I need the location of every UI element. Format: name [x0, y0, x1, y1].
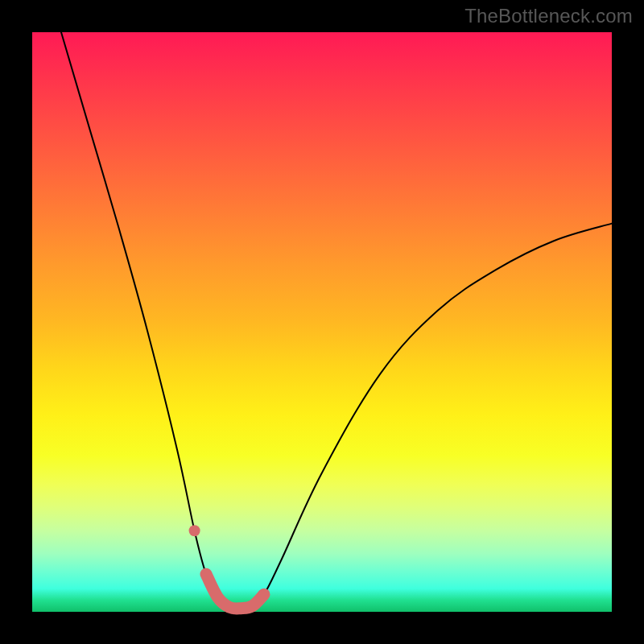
watermark-text: TheBottleneck.com: [464, 5, 633, 27]
plot-svg: [32, 32, 612, 612]
chart-frame: TheBottleneck.com: [0, 0, 644, 644]
plot-area: [32, 32, 612, 612]
highlight-dot: [189, 525, 200, 536]
minimum-band-highlight: [206, 574, 264, 609]
bottleneck-curve: [61, 32, 612, 609]
